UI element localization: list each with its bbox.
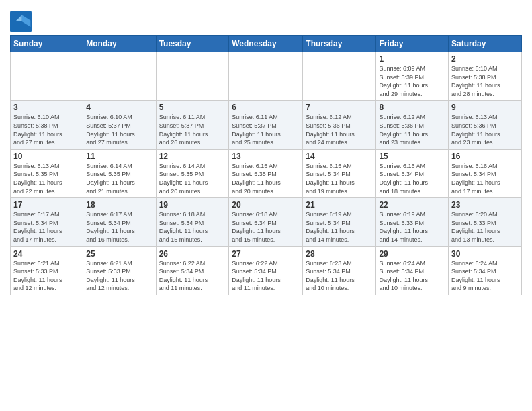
calendar-cell: 5Sunrise: 6:11 AM Sunset: 5:37 PM Daylig… [156,101,229,149]
day-info: Sunrise: 6:23 AM Sunset: 5:34 PM Dayligh… [306,259,373,293]
calendar-cell [156,52,229,101]
day-number: 29 [379,249,445,259]
day-number: 21 [306,200,373,210]
day-number: 8 [379,103,445,112]
calendar-cell: 18Sunrise: 6:17 AM Sunset: 5:34 PM Dayli… [83,198,156,246]
calendar-cell: 1Sunrise: 6:09 AM Sunset: 5:39 PM Daylig… [376,52,449,101]
day-info: Sunrise: 6:22 AM Sunset: 5:34 PM Dayligh… [159,259,226,293]
calendar-cell: 9Sunrise: 6:13 AM Sunset: 5:36 PM Daylig… [449,101,522,149]
day-number: 5 [159,103,226,112]
weekday-header: Saturday [449,36,522,52]
day-number: 4 [86,103,152,112]
day-info: Sunrise: 6:19 AM Sunset: 5:33 PM Dayligh… [379,210,445,244]
day-info: Sunrise: 6:12 AM Sunset: 5:36 PM Dayligh… [379,113,445,146]
day-info: Sunrise: 6:11 AM Sunset: 5:37 PM Dayligh… [159,113,226,146]
day-number: 9 [451,103,519,112]
day-info: Sunrise: 6:16 AM Sunset: 5:34 PM Dayligh… [379,162,445,195]
day-info: Sunrise: 6:13 AM Sunset: 5:35 PM Dayligh… [13,162,80,195]
weekday-header: Monday [83,36,156,52]
day-info: Sunrise: 6:10 AM Sunset: 5:38 PM Dayligh… [451,64,519,98]
calendar-table: SundayMondayTuesdayWednesdayThursdayFrid… [10,35,522,295]
logo [10,11,34,32]
day-info: Sunrise: 6:17 AM Sunset: 5:34 PM Dayligh… [86,210,152,244]
calendar-cell: 13Sunrise: 6:15 AM Sunset: 5:35 PM Dayli… [229,149,303,197]
calendar-cell [229,52,303,101]
day-number: 23 [451,200,519,210]
weekday-header: Sunday [11,36,83,52]
calendar-cell: 8Sunrise: 6:12 AM Sunset: 5:36 PM Daylig… [376,101,449,149]
day-info: Sunrise: 6:18 AM Sunset: 5:34 PM Dayligh… [232,210,300,244]
weekday-header: Thursday [303,36,376,52]
day-number: 1 [379,54,445,64]
calendar-week-row: 3Sunrise: 6:10 AM Sunset: 5:38 PM Daylig… [11,101,522,149]
day-info: Sunrise: 6:21 AM Sunset: 5:33 PM Dayligh… [13,259,80,293]
day-info: Sunrise: 6:15 AM Sunset: 5:35 PM Dayligh… [232,162,300,195]
calendar-cell: 27Sunrise: 6:22 AM Sunset: 5:34 PM Dayli… [229,246,303,295]
day-number: 25 [86,249,152,259]
calendar-cell: 3Sunrise: 6:10 AM Sunset: 5:38 PM Daylig… [11,101,83,149]
calendar-cell: 16Sunrise: 6:16 AM Sunset: 5:34 PM Dayli… [449,149,522,197]
calendar-cell: 11Sunrise: 6:14 AM Sunset: 5:35 PM Dayli… [83,149,156,197]
day-info: Sunrise: 6:19 AM Sunset: 5:34 PM Dayligh… [306,210,373,244]
calendar-week-row: 24Sunrise: 6:21 AM Sunset: 5:33 PM Dayli… [11,246,522,295]
day-number: 12 [159,152,226,161]
weekday-header: Tuesday [156,36,229,52]
weekday-header-row: SundayMondayTuesdayWednesdayThursdayFrid… [11,36,522,52]
calendar-cell: 29Sunrise: 6:24 AM Sunset: 5:34 PM Dayli… [376,246,449,295]
calendar-cell: 28Sunrise: 6:23 AM Sunset: 5:34 PM Dayli… [303,246,376,295]
calendar-cell: 26Sunrise: 6:22 AM Sunset: 5:34 PM Dayli… [156,246,229,295]
day-number: 2 [451,54,519,64]
day-number: 26 [159,249,226,259]
day-number: 16 [451,152,519,161]
day-number: 27 [232,249,300,259]
calendar-week-row: 1Sunrise: 6:09 AM Sunset: 5:39 PM Daylig… [11,52,522,101]
day-info: Sunrise: 6:13 AM Sunset: 5:36 PM Dayligh… [451,113,519,146]
day-number: 3 [13,103,80,112]
day-info: Sunrise: 6:14 AM Sunset: 5:35 PM Dayligh… [159,162,226,195]
day-number: 6 [232,103,300,112]
calendar-cell: 25Sunrise: 6:21 AM Sunset: 5:33 PM Dayli… [83,246,156,295]
day-number: 19 [159,200,226,210]
day-number: 10 [13,152,80,161]
day-number: 15 [379,152,445,161]
calendar-cell: 23Sunrise: 6:20 AM Sunset: 5:33 PM Dayli… [449,198,522,246]
calendar-cell [303,52,376,101]
day-number: 14 [306,152,373,161]
day-number: 17 [13,200,80,210]
calendar-cell: 20Sunrise: 6:18 AM Sunset: 5:34 PM Dayli… [229,198,303,246]
day-number: 22 [379,200,445,210]
calendar-cell: 30Sunrise: 6:24 AM Sunset: 5:34 PM Dayli… [449,246,522,295]
calendar-week-row: 17Sunrise: 6:17 AM Sunset: 5:34 PM Dayli… [11,198,522,246]
day-info: Sunrise: 6:12 AM Sunset: 5:36 PM Dayligh… [306,113,373,146]
calendar-cell: 21Sunrise: 6:19 AM Sunset: 5:34 PM Dayli… [303,198,376,246]
day-info: Sunrise: 6:15 AM Sunset: 5:34 PM Dayligh… [306,162,373,195]
day-number: 24 [13,249,80,259]
day-info: Sunrise: 6:09 AM Sunset: 5:39 PM Dayligh… [379,64,445,98]
day-info: Sunrise: 6:24 AM Sunset: 5:34 PM Dayligh… [379,259,445,293]
calendar-cell: 19Sunrise: 6:18 AM Sunset: 5:34 PM Dayli… [156,198,229,246]
logo-icon [10,11,32,32]
day-number: 20 [232,200,300,210]
calendar-cell [83,52,156,101]
calendar-cell: 2Sunrise: 6:10 AM Sunset: 5:38 PM Daylig… [449,52,522,101]
calendar-cell: 14Sunrise: 6:15 AM Sunset: 5:34 PM Dayli… [303,149,376,197]
calendar-cell: 12Sunrise: 6:14 AM Sunset: 5:35 PM Dayli… [156,149,229,197]
day-info: Sunrise: 6:11 AM Sunset: 5:37 PM Dayligh… [232,113,300,146]
day-info: Sunrise: 6:21 AM Sunset: 5:33 PM Dayligh… [86,259,152,293]
day-number: 13 [232,152,300,161]
calendar-cell: 4Sunrise: 6:10 AM Sunset: 5:37 PM Daylig… [83,101,156,149]
weekday-header: Wednesday [229,36,303,52]
day-number: 30 [451,249,519,259]
calendar-cell [11,52,83,101]
calendar-cell: 6Sunrise: 6:11 AM Sunset: 5:37 PM Daylig… [229,101,303,149]
day-info: Sunrise: 6:20 AM Sunset: 5:33 PM Dayligh… [451,210,519,244]
day-number: 28 [306,249,373,259]
calendar-cell: 15Sunrise: 6:16 AM Sunset: 5:34 PM Dayli… [376,149,449,197]
page-header [10,7,522,32]
day-info: Sunrise: 6:16 AM Sunset: 5:34 PM Dayligh… [451,162,519,195]
day-number: 7 [306,103,373,112]
calendar-cell: 22Sunrise: 6:19 AM Sunset: 5:33 PM Dayli… [376,198,449,246]
calendar-cell: 17Sunrise: 6:17 AM Sunset: 5:34 PM Dayli… [11,198,83,246]
calendar-week-row: 10Sunrise: 6:13 AM Sunset: 5:35 PM Dayli… [11,149,522,197]
day-info: Sunrise: 6:22 AM Sunset: 5:34 PM Dayligh… [232,259,300,293]
